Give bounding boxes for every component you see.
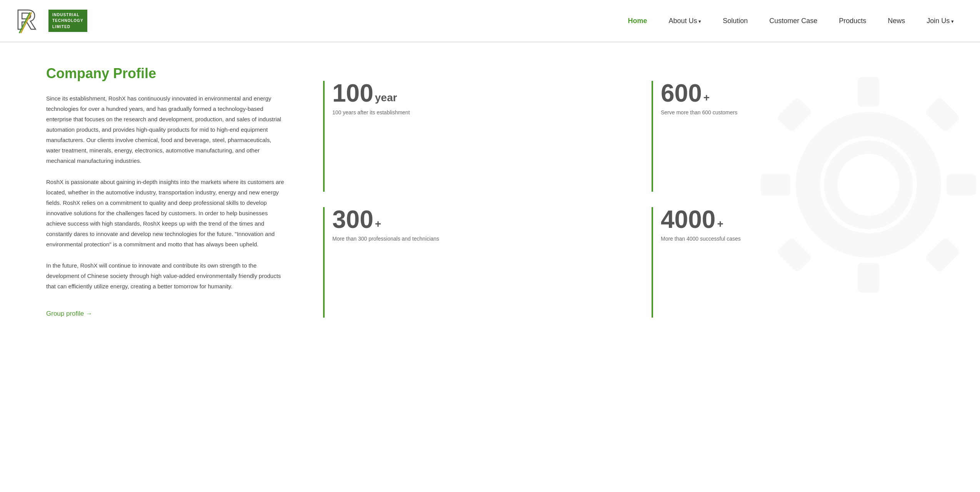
logo-icon: R bbox=[15, 5, 46, 36]
nav-about-us[interactable]: About Us bbox=[658, 17, 712, 25]
nav-news[interactable]: News bbox=[877, 17, 916, 25]
stat-customers-number: 600+ bbox=[661, 81, 710, 105]
nav-products[interactable]: Products bbox=[828, 17, 877, 25]
header: R INDUSTRIAL TECHNOLOGY LIMITED Home Abo… bbox=[0, 0, 980, 42]
main-section: Company Profile Since its establishment,… bbox=[0, 42, 980, 341]
stat-professionals: 300+ More than 300 professionals and tec… bbox=[323, 207, 628, 318]
profile-paragraph-2: RoshX is passionate about gaining in-dep… bbox=[46, 177, 285, 249]
nav-solution[interactable]: Solution bbox=[712, 17, 758, 25]
main-nav: Home About Us Solution Customer Case Pro… bbox=[617, 17, 965, 25]
group-profile-link[interactable]: Group profile → bbox=[46, 310, 92, 318]
nav-join-us[interactable]: Join Us bbox=[916, 17, 965, 25]
nav-home[interactable]: Home bbox=[617, 17, 658, 25]
logo-box[interactable]: R INDUSTRIAL TECHNOLOGY LIMITED bbox=[15, 5, 87, 36]
nav-customer-case[interactable]: Customer Case bbox=[758, 17, 828, 25]
left-column: Company Profile Since its establishment,… bbox=[46, 65, 308, 318]
stat-cases: 4000+ More than 4000 successful cases bbox=[652, 207, 957, 318]
stat-cases-number: 4000+ bbox=[661, 207, 723, 232]
stat-professionals-desc: More than 300 professionals and technici… bbox=[332, 236, 439, 242]
company-profile-title: Company Profile bbox=[46, 65, 285, 82]
stat-customers-desc: Serve more than 600 customers bbox=[661, 109, 737, 115]
stat-years-number: 100year bbox=[332, 81, 397, 105]
profile-paragraph-1: Since its establishment, RoshX has conti… bbox=[46, 93, 285, 166]
stat-professionals-number: 300+ bbox=[332, 207, 381, 232]
stat-years-desc: 100 years after its establishment bbox=[332, 109, 410, 115]
stat-cases-desc: More than 4000 successful cases bbox=[661, 236, 741, 242]
profile-paragraph-3: In the future, RoshX will continue to in… bbox=[46, 260, 285, 291]
logo-area: R INDUSTRIAL TECHNOLOGY LIMITED bbox=[15, 5, 87, 36]
stats-grid: 100year 100 years after its establishmen… bbox=[308, 65, 957, 318]
stat-customers: 600+ Serve more than 600 customers bbox=[652, 81, 957, 192]
logo-text: INDUSTRIAL TECHNOLOGY LIMITED bbox=[48, 10, 87, 32]
stat-years: 100year 100 years after its establishmen… bbox=[323, 81, 628, 192]
